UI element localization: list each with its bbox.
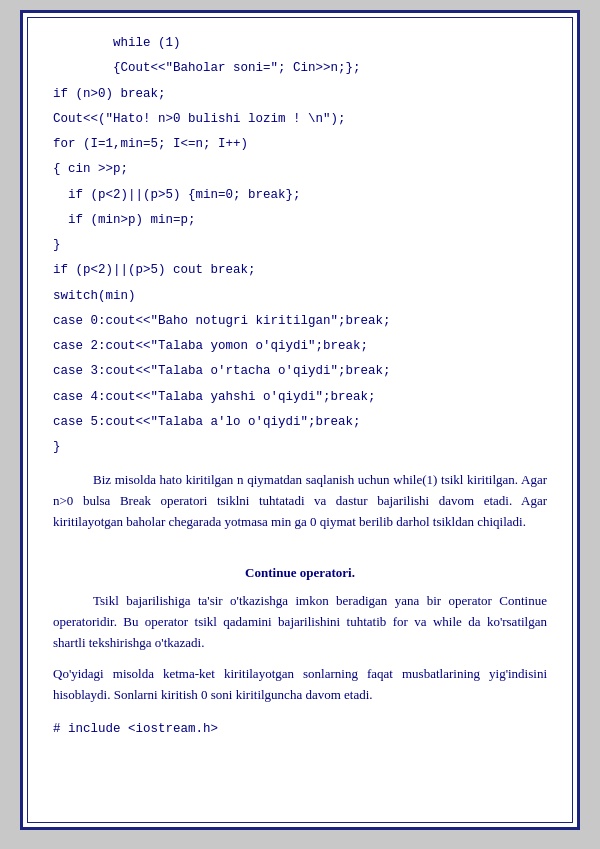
code-line-1: while (1) [53,33,547,54]
code-include: # include <iostream.h> [53,719,547,740]
code-line-2: {Cout<<"Baholar soni="; Cin>>n;}; [53,58,547,79]
code-line-8: if (min>p) min=p; [53,210,547,231]
code-line-10: if (p<2)||(p>5) cout break; [53,260,547,281]
paragraph-1: Biz misolda hato kiritilgan n qiymatdan … [53,470,547,532]
code-line-11: switch(min) [53,286,547,307]
code-line-16: case 5:cout<<"Talaba a'lo o'qiydi";break… [53,412,547,433]
code-line-14: case 3:cout<<"Talaba o'rtacha o'qiydi";b… [53,361,547,382]
code-line-12: case 0:cout<<"Baho notugri kiritilgan";b… [53,311,547,332]
code-line-3: if (n>0) break; [53,84,547,105]
code-line-6: { cin >>p; [53,159,547,180]
paragraph-3: Qo'yidagi misolda ketma-ket kiritilayotg… [53,664,547,706]
content-area: while (1) {Cout<<"Baholar soni="; Cin>>n… [53,33,547,741]
code-line-5: for (I=1,min=5; I<=n; I++) [53,134,547,155]
code-line-7: if (p<2)||(p>5) {min=0; break}; [53,185,547,206]
code-line-13: case 2:cout<<"Talaba yomon o'qiydi";brea… [53,336,547,357]
code-line-17: } [53,437,547,458]
code-line-4: Cout<<("Hato! n>0 bulishi lozim ! \n"); [53,109,547,130]
section-title-continue: Continue operatori. [53,563,547,584]
code-line-9: } [53,235,547,256]
code-line-15: case 4:cout<<"Talaba yahshi o'qiydi";bre… [53,387,547,408]
page: while (1) {Cout<<"Baholar soni="; Cin>>n… [20,10,580,830]
paragraph-2: Tsikl bajarilishiga ta'sir o'tkazishga i… [53,591,547,653]
